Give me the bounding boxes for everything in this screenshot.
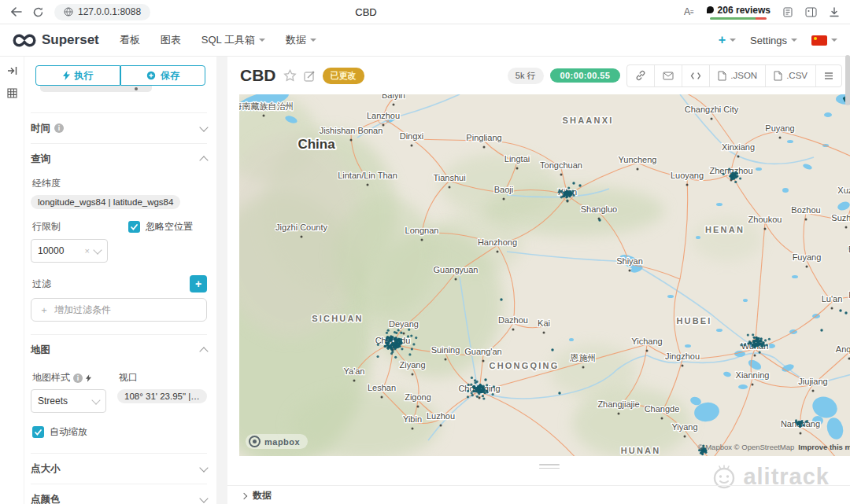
svg-text:Ya'an: Ya'an (344, 366, 365, 376)
translate-icon[interactable]: A≡ (684, 6, 694, 17)
download-icon[interactable] (830, 7, 839, 17)
chevron-down-icon (93, 245, 102, 254)
new-button[interactable]: + (719, 33, 736, 47)
file-icon (718, 71, 726, 81)
svg-text:Puyang: Puyang (765, 123, 794, 133)
svg-text:Tongchuan: Tongchuan (540, 160, 582, 170)
svg-text:Dingxi: Dingxi (400, 131, 424, 141)
section-point-size[interactable]: 点大小 (31, 453, 207, 484)
query-timer: 00:00:00.55 (550, 68, 621, 83)
svg-text:Leshan: Leshan (368, 383, 396, 392)
nav-dashboards[interactable]: 看板 (120, 33, 140, 47)
svg-text:China: China (298, 137, 335, 152)
url-text: 127.0.0.1:8088 (78, 6, 141, 17)
embed-code-button[interactable] (682, 65, 709, 86)
nav-sqllab[interactable]: SQL 工具箱 (201, 33, 265, 47)
altered-badge[interactable]: 已更改 (323, 68, 364, 84)
svg-text:SICHUAN: SICHUAN (312, 314, 364, 323)
ignore-null-checkbox[interactable]: 忽略空位置 (128, 220, 193, 234)
bolt-icon (63, 71, 70, 80)
dropdown-remnant (40, 86, 152, 92)
add-filter-field[interactable]: ＋增加过滤条件 (31, 298, 207, 322)
latlong-value[interactable]: longitude_wgs84 | latitude_wgs84 (31, 195, 180, 209)
below-chart: alitrack 数据 (227, 456, 850, 504)
svg-text:SHAANXI: SHAANXI (563, 116, 614, 125)
export-json-button[interactable]: .JSON (709, 65, 765, 86)
section-query[interactable]: 查询 (31, 143, 207, 174)
china-flag-icon (811, 35, 827, 46)
chevron-up-icon (199, 156, 208, 164)
run-button[interactable]: 执行 (35, 65, 120, 86)
chevron-up-icon (199, 347, 208, 355)
extension-panel-icon[interactable] (805, 7, 817, 17)
email-button[interactable] (654, 65, 682, 86)
page-scrollbar[interactable] (845, 55, 850, 504)
svg-text:Lu'an: Lu'an (822, 294, 843, 304)
viewport-value[interactable]: 108° 31' 23.95" | ... (117, 389, 207, 403)
filters-label: 过滤 (32, 278, 51, 291)
panel-resize-gutter[interactable] (216, 57, 227, 504)
map-render: SHAANXIHENANSICHUANCHONGQINGHUBEIHUNANAN… (239, 94, 850, 456)
chevron-down-icon (310, 39, 316, 42)
svg-text:Fuyang: Fuyang (793, 252, 822, 262)
address-bar[interactable]: 127.0.0.1:8088 (54, 4, 150, 20)
back-icon[interactable] (11, 7, 22, 17)
envelope-icon (663, 72, 674, 80)
svg-text:Yiyang: Yiyang (671, 422, 697, 432)
map-attribution: © Mapbox © OpenStreetMap Improve this ma… (698, 443, 850, 451)
refresh-icon[interactable] (33, 7, 43, 17)
svg-text:HENAN: HENAN (705, 225, 745, 234)
reviews-extension[interactable]: 206 reviews (707, 5, 771, 20)
settings-menu[interactable]: Settings (750, 35, 797, 46)
clear-icon[interactable]: × (85, 246, 90, 256)
svg-text:Shiyan: Shiyan (616, 256, 643, 266)
chart-actions: .JSON .CSV (626, 64, 842, 87)
reviews-rating-bar (710, 17, 767, 20)
attribution-text[interactable]: © Mapbox © OpenStreetMap (698, 443, 795, 451)
checkbox-checked-icon (128, 221, 140, 233)
map-style-select[interactable]: Streets (31, 389, 106, 413)
datasource-grid-icon[interactable] (7, 88, 17, 98)
section-point-color[interactable]: 点颜色 (31, 484, 207, 504)
export-csv-button[interactable]: .CSV (765, 65, 815, 86)
resize-handle[interactable] (539, 464, 560, 471)
favorite-star-icon[interactable] (283, 69, 297, 82)
share-link-button[interactable] (627, 65, 654, 86)
reading-list-icon[interactable] (783, 7, 793, 17)
add-filter-button[interactable]: + (190, 275, 207, 292)
svg-text:Jingzhou: Jingzhou (665, 351, 700, 361)
superset-logo[interactable]: Superset (13, 32, 99, 48)
chevron-down-icon (791, 39, 797, 42)
data-panel-toggle[interactable]: 数据 (227, 485, 850, 504)
nav-data[interactable]: 数据 (286, 33, 316, 47)
chart-menu-button[interactable] (815, 65, 841, 86)
svg-text:Changde: Changde (645, 404, 680, 414)
save-button[interactable]: 保存 (120, 65, 205, 86)
svg-text:Jiujiang: Jiujiang (798, 377, 827, 386)
info-icon: i (73, 373, 83, 383)
code-icon (690, 72, 701, 80)
reviews-count: 206 reviews (718, 5, 771, 16)
autozoom-checkbox[interactable]: 自动缩放 (32, 425, 207, 439)
map-canvas[interactable]: SHAANXIHENANSICHUANCHONGQINGHUBEIHUNANAN… (239, 94, 850, 456)
latlong-label: 经纬度 (32, 177, 207, 190)
language-menu[interactable] (811, 35, 837, 46)
scrollbar-thumb[interactable] (845, 55, 850, 105)
edit-icon[interactable] (304, 70, 316, 82)
svg-text:Xianning: Xianning (736, 370, 770, 380)
map-style-label: 地图样式i (32, 371, 106, 384)
mapbox-logo[interactable]: mapbox (246, 434, 308, 449)
svg-text:Zhoukou: Zhoukou (748, 215, 782, 224)
nav-charts[interactable]: 图表 (161, 33, 181, 47)
section-map[interactable]: 地图 (31, 334, 207, 365)
svg-text:海南藏族自治州: 海南藏族自治州 (239, 101, 294, 111)
row-limit-select[interactable]: 10000 × (31, 239, 108, 263)
improve-map-link[interactable]: Improve this map (798, 443, 850, 451)
checkbox-checked-icon (32, 426, 44, 438)
collapse-panel-icon[interactable] (7, 66, 17, 75)
svg-text:Lanzhou: Lanzhou (367, 111, 400, 120)
svg-text:Longnan: Longnan (405, 226, 439, 235)
svg-text:Pingliang: Pingliang (466, 133, 501, 142)
svg-text:Luoyang: Luoyang (671, 171, 704, 180)
section-time[interactable]: 时间i (31, 112, 207, 143)
